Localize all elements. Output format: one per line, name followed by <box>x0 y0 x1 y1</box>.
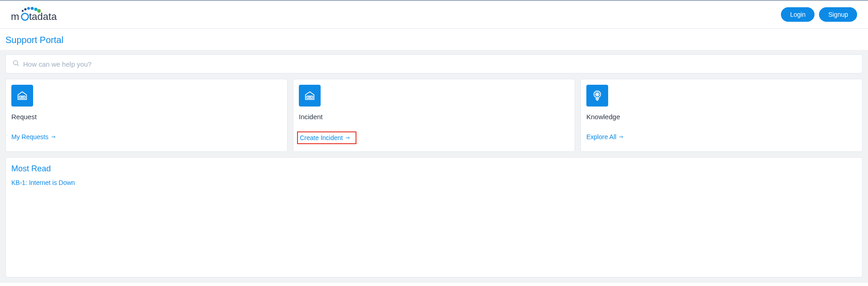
svg-point-0 <box>22 10 24 12</box>
create-incident-link[interactable]: Create Incident <box>300 134 351 141</box>
card-request: Request My Requests <box>5 79 288 152</box>
header-buttons: Login Signup <box>781 7 857 22</box>
ticket-icon <box>11 85 33 107</box>
card-incident: Incident Create Incident <box>293 79 575 152</box>
ticket-icon <box>299 85 321 107</box>
my-requests-link[interactable]: My Requests <box>11 133 282 141</box>
page-title: Support Portal <box>0 29 868 50</box>
most-read-title: Most Read <box>11 164 857 174</box>
card-knowledge: Knowledge Explore All <box>580 79 863 152</box>
header: m tadata Login Signup <box>0 1 868 29</box>
card-knowledge-title: Knowledge <box>586 113 857 121</box>
search-container <box>5 50 863 79</box>
most-read-kb-link[interactable]: KB-1: Internet is Down <box>11 179 857 186</box>
svg-point-2 <box>27 7 30 10</box>
signup-button[interactable]: Signup <box>819 7 857 22</box>
svg-line-24 <box>595 95 596 96</box>
explore-all-link[interactable]: Explore All <box>586 133 857 141</box>
create-incident-label: Create Incident <box>300 134 343 141</box>
card-request-title: Request <box>11 113 282 121</box>
logo-motadata: m tadata <box>11 6 65 23</box>
svg-point-1 <box>24 8 26 10</box>
svg-point-9 <box>14 61 18 65</box>
create-incident-highlight: Create Incident <box>297 131 356 144</box>
arrow-right-icon <box>50 134 57 140</box>
cards-row: Request My Requests Incident Create <box>5 79 863 152</box>
most-read-section: Most Read KB-1: Internet is Down <box>5 157 863 277</box>
svg-line-25 <box>598 95 599 96</box>
arrow-right-icon <box>345 135 351 141</box>
search-box[interactable] <box>5 54 863 73</box>
svg-point-7 <box>22 14 29 20</box>
svg-text:tadata: tadata <box>29 11 57 22</box>
search-icon <box>12 59 20 68</box>
logo: m tadata <box>11 6 65 23</box>
content-area: Request My Requests Incident Create <box>0 50 868 283</box>
card-incident-title: Incident <box>299 113 569 121</box>
svg-line-10 <box>17 64 19 66</box>
lightbulb-icon <box>586 85 608 107</box>
svg-line-26 <box>595 92 596 93</box>
svg-point-3 <box>31 7 34 10</box>
search-input[interactable] <box>23 60 856 68</box>
svg-line-23 <box>598 92 599 93</box>
explore-all-label: Explore All <box>586 133 616 141</box>
arrow-right-icon <box>618 134 624 140</box>
login-button[interactable]: Login <box>781 7 814 22</box>
svg-text:m: m <box>11 11 19 22</box>
svg-rect-27 <box>596 98 599 100</box>
my-requests-label: My Requests <box>11 133 49 141</box>
